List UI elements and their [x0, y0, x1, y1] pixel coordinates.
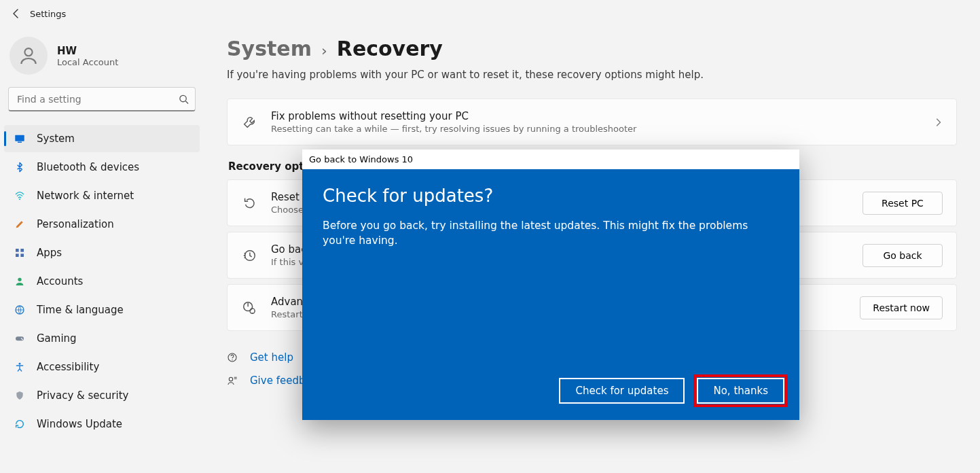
search-input[interactable]: [8, 87, 196, 111]
reset-icon: [241, 196, 257, 211]
svg-point-10: [18, 278, 21, 281]
svg-point-0: [24, 48, 32, 56]
sidebar-item-personalization[interactable]: Personalization: [4, 211, 200, 238]
dialog-heading: Check for updates?: [323, 186, 779, 206]
help-icon: [227, 352, 239, 363]
svg-point-18: [250, 308, 255, 313]
bluetooth-icon: [14, 161, 26, 173]
dialog-titlebar: Go back to Windows 10: [302, 150, 799, 169]
chevron-right-icon: [933, 118, 943, 127]
no-thanks-button[interactable]: No, thanks: [697, 378, 784, 404]
sidebar-item-label: System: [37, 133, 75, 145]
svg-point-15: [19, 363, 21, 365]
sidebar-item-label: Network & internet: [37, 190, 134, 202]
sidebar-item-network[interactable]: Network & internet: [4, 182, 200, 209]
account-icon: [14, 275, 26, 287]
power-gear-icon: [241, 300, 257, 315]
svg-point-21: [229, 377, 232, 381]
window-title: Settings: [30, 9, 66, 19]
svg-rect-9: [20, 253, 24, 257]
accessibility-icon: [14, 361, 26, 373]
profile-name: HW: [57, 45, 118, 57]
svg-rect-4: [18, 142, 22, 143]
wrench-icon: [241, 115, 257, 130]
display-icon: [14, 133, 26, 145]
go-back-button[interactable]: Go back: [863, 244, 943, 267]
go-back-dialog: Go back to Windows 10 Check for updates?…: [302, 150, 799, 420]
restart-now-button[interactable]: Restart now: [860, 296, 943, 319]
avatar: [10, 37, 48, 75]
sidebar-item-gaming[interactable]: Gaming: [4, 325, 200, 352]
reset-pc-button[interactable]: Reset PC: [863, 192, 943, 215]
feedback-icon: [227, 375, 239, 386]
svg-point-20: [232, 360, 232, 360]
svg-rect-6: [16, 249, 19, 252]
arrow-left-icon: [11, 8, 22, 19]
sidebar-item-accounts[interactable]: Accounts: [4, 268, 200, 295]
search-box: [8, 87, 196, 111]
breadcrumb: System › Recovery: [227, 37, 957, 60]
search-icon: [179, 94, 189, 105]
sidebar-item-label: Bluetooth & devices: [37, 161, 139, 173]
sidebar-item-label: Gaming: [37, 332, 77, 345]
sidebar-item-windows-update[interactable]: Windows Update: [4, 410, 200, 438]
page-subtitle: If you're having problems with your PC o…: [227, 69, 957, 81]
window-titlebar: Settings: [0, 0, 980, 27]
sidebar-item-label: Apps: [37, 247, 62, 259]
sidebar-item-label: Personalization: [37, 218, 114, 230]
page-title: Recovery: [337, 37, 443, 60]
globe-icon: [14, 304, 26, 316]
gaming-icon: [14, 332, 26, 345]
history-icon: [241, 248, 257, 263]
sidebar-item-label: Windows Update: [37, 418, 122, 430]
network-icon: [14, 190, 26, 202]
update-icon: [14, 418, 26, 430]
svg-line-2: [185, 101, 188, 104]
sidebar-item-apps[interactable]: Apps: [4, 239, 200, 266]
sidebar-item-privacy[interactable]: Privacy & security: [4, 382, 200, 409]
dialog-body: Before you go back, try installing the l…: [323, 218, 757, 249]
brush-icon: [14, 218, 26, 230]
svg-rect-3: [15, 135, 24, 141]
sidebar-item-accessibility[interactable]: Accessibility: [4, 353, 200, 381]
nav: System Bluetooth & devices Network & int…: [4, 125, 200, 438]
sidebar-item-time-language[interactable]: Time & language: [4, 296, 200, 323]
link-label: Get help: [250, 351, 293, 364]
svg-point-1: [180, 95, 186, 101]
svg-rect-12: [16, 336, 24, 340]
profile-block[interactable]: HW Local Account: [4, 33, 200, 87]
check-for-updates-button[interactable]: Check for updates: [559, 378, 685, 404]
card-desc: Resetting can take a while — first, try …: [271, 124, 920, 134]
chevron-right-icon: ›: [321, 42, 327, 59]
svg-point-5: [19, 198, 20, 200]
fix-problems-card[interactable]: Fix problems without resetting your PC R…: [227, 99, 957, 145]
sidebar-item-bluetooth[interactable]: Bluetooth & devices: [4, 154, 200, 181]
sidebar-item-label: Privacy & security: [37, 389, 128, 402]
svg-point-13: [21, 338, 22, 339]
svg-rect-7: [20, 249, 24, 252]
person-icon: [18, 45, 39, 67]
svg-rect-8: [16, 253, 19, 257]
sidebar-item-label: Accounts: [37, 275, 83, 287]
sidebar-item-system[interactable]: System: [4, 125, 200, 152]
profile-sub: Local Account: [57, 57, 118, 67]
svg-point-14: [22, 338, 23, 340]
breadcrumb-parent[interactable]: System: [227, 37, 312, 60]
sidebar: HW Local Account System Bluetooth & devi…: [0, 27, 204, 473]
apps-icon: [14, 247, 26, 259]
card-title: Fix problems without resetting your PC: [271, 110, 920, 122]
sidebar-item-label: Time & language: [37, 304, 124, 316]
sidebar-item-label: Accessibility: [37, 361, 99, 373]
back-button[interactable]: [7, 4, 26, 23]
shield-icon: [14, 389, 26, 402]
